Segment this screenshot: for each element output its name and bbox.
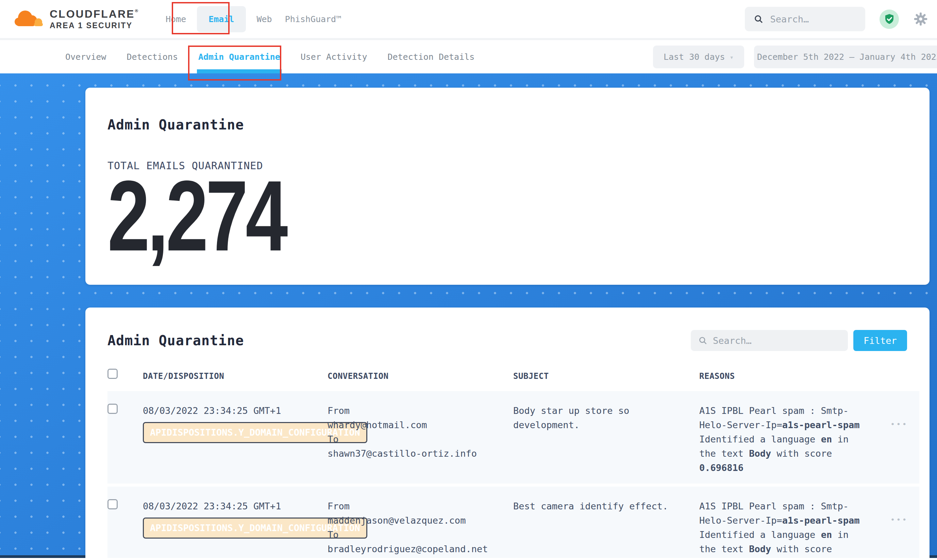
email-sub-nav: Overview Detections Admin Quarantine Use… <box>0 38 937 74</box>
summary-card: Admin Quarantine TOTAL EMAILS QUARANTINE… <box>85 88 929 285</box>
quarantine-table-card: Admin Quarantine Filter DATE/DISPOSITION… <box>85 308 929 558</box>
conversation-cell: Fromwhardy@hotmail.comToshawn37@castillo… <box>327 404 505 483</box>
table-row: 08/03/2022 23:34:25 GMT+1APIDISPOSITIONS… <box>108 486 919 558</box>
nav-item-phishguard[interactable]: PhishGuard™ <box>283 11 344 28</box>
annotation-box-admin-quarantine <box>188 46 281 80</box>
cloudflare-cloud-icon <box>12 8 44 30</box>
account-shield-badge[interactable] <box>880 9 899 29</box>
table-body: 08/03/2022 23:34:25 GMT+1APIDISPOSITIONS… <box>108 391 919 558</box>
search-icon <box>698 335 707 346</box>
tab-user-activity[interactable]: User Activity <box>299 40 369 74</box>
row-select-cell <box>108 404 143 483</box>
date-disposition-cell: 08/03/2022 23:34:25 GMT+1APIDISPOSITIONS… <box>143 404 327 483</box>
top-bar-right <box>745 7 928 31</box>
tab-overview[interactable]: Overview <box>64 40 108 74</box>
period-selector[interactable]: Last 30 days ▾ <box>653 46 744 68</box>
row-actions-menu[interactable]: ••• <box>876 404 919 483</box>
row-checkbox[interactable] <box>108 499 118 509</box>
date-range-selector[interactable]: December 5th 2022 — January 4th 2023 <box>754 46 937 68</box>
shield-check-icon <box>884 13 895 25</box>
total-quarantined-value: 2,274 <box>108 175 722 257</box>
from-address[interactable]: whardy@hotmail.com <box>327 418 505 432</box>
column-header-conversation: CONVERSATION <box>327 369 513 381</box>
conversation-cell: Frommaddenjason@velazquez.comTobradleyro… <box>327 499 505 558</box>
column-header-date-disposition: DATE/DISPOSITION <box>143 369 327 381</box>
quarantine-search[interactable] <box>691 330 848 351</box>
period-label: Last 30 days <box>664 52 725 62</box>
select-all-checkbox[interactable] <box>108 369 118 379</box>
brand-subtitle: AREA 1 SECURITY <box>49 22 139 29</box>
annotation-box-email <box>172 2 230 34</box>
page-background: Admin Quarantine TOTAL EMAILS QUARANTINE… <box>0 74 937 558</box>
global-search[interactable] <box>745 7 865 31</box>
table-row: 08/03/2022 23:34:25 GMT+1APIDISPOSITIONS… <box>108 391 919 483</box>
nav-item-web[interactable]: Web <box>255 11 274 28</box>
global-search-input[interactable] <box>770 14 857 25</box>
date-range-label: December 5th 2022 — January 4th 2023 <box>757 52 937 62</box>
top-bar: CLOUDFLARE® AREA 1 SECURITY Home Email W… <box>0 0 937 38</box>
row-date: 08/03/2022 23:34:25 GMT+1 <box>143 499 327 514</box>
from-label: From <box>327 499 505 514</box>
date-disposition-cell: 08/03/2022 23:34:25 GMT+1APIDISPOSITIONS… <box>143 499 327 558</box>
from-label: From <box>327 404 505 418</box>
to-address[interactable]: shawn37@castillo-ortiz.info <box>327 446 505 461</box>
row-checkbox[interactable] <box>108 404 118 414</box>
to-label: To <box>327 528 505 542</box>
subject-cell: Body star up store so development. <box>513 404 673 483</box>
to-address[interactable]: bradleyrodriguez@copeland.net <box>327 542 505 556</box>
reasons-cell: A1S IPBL Pearl spam : Smtp-Helo-Server-I… <box>699 499 868 558</box>
column-header-reasons: REASONS <box>699 369 876 381</box>
search-icon <box>754 13 764 25</box>
from-address[interactable]: maddenjason@velazquez.com <box>327 514 505 528</box>
table-card-title: Admin Quarantine <box>108 333 244 348</box>
row-date: 08/03/2022 23:34:25 GMT+1 <box>143 404 327 418</box>
table-header-row: DATE/DISPOSITION CONVERSATION SUBJECT RE… <box>108 369 919 391</box>
column-header-subject: SUBJECT <box>513 369 699 381</box>
cloudflare-logo: CLOUDFLARE® AREA 1 SECURITY <box>12 8 139 30</box>
row-actions-menu[interactable]: ••• <box>876 499 919 558</box>
tab-detections[interactable]: Detections <box>125 40 179 74</box>
settings-gear-icon[interactable] <box>913 12 928 26</box>
quarantine-search-input[interactable] <box>713 335 840 346</box>
tab-detection-details[interactable]: Detection Details <box>386 40 476 74</box>
chevron-down-icon: ▾ <box>730 53 733 61</box>
subject-cell: Best camera identify effect. <box>513 499 673 558</box>
filter-button[interactable]: Filter <box>853 330 907 351</box>
brand-name: CLOUDFLARE® <box>49 9 139 20</box>
row-select-cell <box>108 499 143 558</box>
to-label: To <box>327 432 505 446</box>
reasons-cell: A1S IPBL Pearl spam : Smtp-Helo-Server-I… <box>699 404 868 483</box>
summary-card-title: Admin Quarantine <box>108 88 916 132</box>
